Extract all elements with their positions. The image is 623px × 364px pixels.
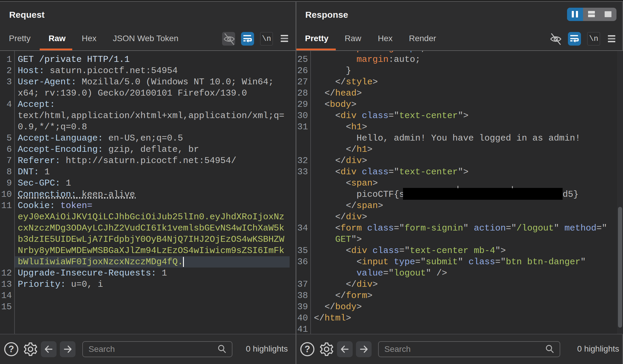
- svg-text:?: ?: [305, 344, 310, 354]
- svg-text:?: ?: [9, 344, 14, 354]
